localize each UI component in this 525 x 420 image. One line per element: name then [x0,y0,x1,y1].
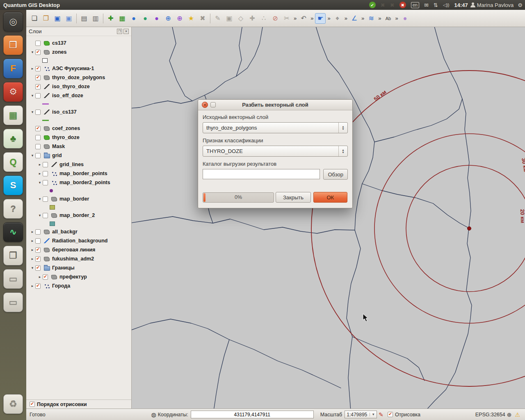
layer-row-grid_lines[interactable]: ▸grid_lines [26,160,131,169]
expand-arrow-icon[interactable]: ▸ [37,171,43,176]
class-field-combo[interactable]: THYRO_DOZE ▲▼ [203,146,348,157]
expand-arrow-icon[interactable]: ▾ [30,153,35,158]
user-name[interactable]: Marina Pavlova [477,2,514,8]
expand-arrow-icon[interactable]: ▸ [37,162,43,167]
update-status-icon[interactable]: ✔ [369,2,376,8]
toolbar-overflow-icon[interactable]: » [310,15,313,21]
layer-row-Границы[interactable]: ▾Границы [26,263,131,272]
layer-row-thyro_doze[interactable]: thyro_doze [26,133,131,142]
tree-app-icon[interactable]: ♣ [3,129,23,148]
dialog-titlebar[interactable]: Разбить векторный слой ✕ [198,100,352,110]
add-wms-layer-icon[interactable]: ⊕ [163,13,173,24]
files-icon[interactable]: ❒ [3,35,23,55]
add-spatialite-layer-icon[interactable]: ● [140,13,151,24]
layer-visibility-checkbox[interactable] [35,283,41,289]
expand-arrow-icon[interactable]: ▾ [30,50,35,54]
expand-arrow-icon[interactable]: ▸ [30,284,35,288]
draw-order-checkbox[interactable] [30,402,35,407]
scale-combo[interactable]: 1:479895 ▼ [345,411,377,418]
print-icon[interactable]: ▥ [90,13,101,24]
firefox-icon[interactable]: F [3,59,23,78]
print-composer-icon[interactable]: ▤ [79,13,89,24]
toolbar-overflow-icon[interactable]: » [294,15,297,21]
toolbar-overflow-icon[interactable]: » [327,15,330,21]
panel-close-button[interactable]: ✕ [123,29,129,34]
new-shapefile-icon[interactable]: ★ [186,13,196,24]
layer-visibility-checkbox[interactable] [35,110,41,115]
expand-arrow-icon[interactable]: ▾ [30,94,35,98]
layer-visibility-checkbox[interactable] [35,75,41,80]
toggle-editing-icon[interactable]: ✎ [212,13,223,24]
render-checkbox[interactable] [388,412,393,417]
output-folder-input[interactable] [203,169,320,179]
layer-visibility-checkbox[interactable] [35,135,41,140]
spinner-arrows-icon[interactable]: ▲▼ [338,123,347,133]
layer-row-Mask[interactable]: Mask [26,142,131,151]
draw-order-row[interactable]: Порядок отрисовки [26,399,131,409]
dialog-minimize-icon[interactable] [210,102,216,107]
browse-button[interactable]: Обзор [323,169,348,180]
layer-row-fukushima_adm2[interactable]: ▸fukushima_adm2 [26,254,131,263]
layer-row-iso_cs137[interactable]: ▾iso_cs137 [26,107,131,116]
dialog-close-icon[interactable]: ✕ [202,102,208,108]
layer-row-coef_zones[interactable]: coef_zones [26,124,131,133]
expand-arrow-icon[interactable]: ▸ [37,275,43,279]
cut-features-icon[interactable]: ✂ [281,13,292,24]
coords-input[interactable] [191,411,314,418]
delete-selected-icon[interactable]: ⊘ [270,13,281,24]
layer-visibility-checkbox[interactable] [43,196,48,202]
layer-row-map_border[interactable]: ▾map_border [26,194,131,203]
map-tips-icon[interactable]: ≋ [366,13,377,24]
toolbar-overflow-icon[interactable]: » [395,15,398,21]
expand-arrow-icon[interactable]: ▸ [30,239,35,243]
layer-row-zones[interactable]: ▾zones [26,48,131,57]
save-project-as-icon[interactable]: ▣ [64,13,74,24]
indicator-1-icon[interactable]: ✖ [381,2,385,8]
add-wfs-layer-icon[interactable]: ⊕ [174,13,185,24]
add-vector-layer-icon[interactable]: ✚ [105,13,116,24]
labeling-icon[interactable]: Ab [383,13,393,24]
layer-row-cs137[interactable]: cs137 [26,39,131,48]
extents-icon[interactable]: ◍ [151,411,156,418]
expand-arrow-icon[interactable]: ▾ [30,266,35,270]
expand-arrow-icon[interactable]: ▾ [37,180,43,185]
open-project-icon[interactable]: ❐ [41,13,51,24]
layer-row-map_border_2[interactable]: ▾map_border_2 [26,211,131,220]
toolbar-overflow-icon[interactable]: » [361,15,364,21]
alert-indicator-icon[interactable]: ✖ [399,2,406,8]
add-postgis-layer-icon[interactable]: ● [128,13,139,24]
layer-visibility-checkbox[interactable] [35,265,41,271]
expand-arrow-icon[interactable]: ▾ [30,110,35,114]
layer-visibility-checkbox[interactable] [43,180,48,185]
layer-visibility-checkbox[interactable] [35,256,41,262]
drive-1-icon[interactable]: ▭ [3,269,23,289]
dash-home-icon[interactable]: ◎ [3,12,23,32]
map-canvas[interactable]: 50 км 30 км 20 км [132,27,525,409]
new-project-icon[interactable]: ❏ [29,13,40,24]
layer-row-iso_eff_doze[interactable]: ▾iso_eff_doze [26,91,131,100]
expand-arrow-icon[interactable]: ▸ [30,66,35,71]
panel-float-button[interactable]: ❐ [117,29,122,34]
layer-row-grid[interactable]: ▾grid [26,151,131,160]
remove-layer-icon[interactable]: ✖ [197,13,208,24]
image-viewer-icon[interactable]: ▦ [3,105,23,125]
layer-visibility-checkbox[interactable] [43,162,48,167]
skype-icon[interactable]: S [3,176,23,195]
spinner-arrows-icon[interactable]: ▲▼ [338,146,347,156]
add-db-layer-icon[interactable]: ● [151,13,162,24]
move-feature-icon[interactable]: ✚ [247,13,258,24]
save-edits-icon[interactable]: ▣ [224,13,235,24]
layer-visibility-checkbox[interactable] [35,238,41,244]
db-manager-icon[interactable]: ● [400,13,411,24]
layer-visibility-checkbox[interactable] [35,247,41,253]
clock[interactable]: 14:47 [454,2,468,8]
qgis-icon[interactable]: Q [3,152,23,172]
layer-row-Radiation_background[interactable]: ▸Radiation_background [26,236,131,245]
close-button[interactable]: Закрыть [276,192,310,203]
system-monitor-icon[interactable]: ∿ [3,222,23,242]
gear-icon[interactable]: ⚙ [518,2,523,8]
layer-visibility-checkbox[interactable] [35,144,41,149]
source-layer-combo[interactable]: thyro_doze_polygons ▲▼ [203,122,348,133]
layer-row-iso_thyro_doze[interactable]: iso_thyro_doze [26,82,131,91]
save-project-icon[interactable]: ▣ [52,13,63,24]
